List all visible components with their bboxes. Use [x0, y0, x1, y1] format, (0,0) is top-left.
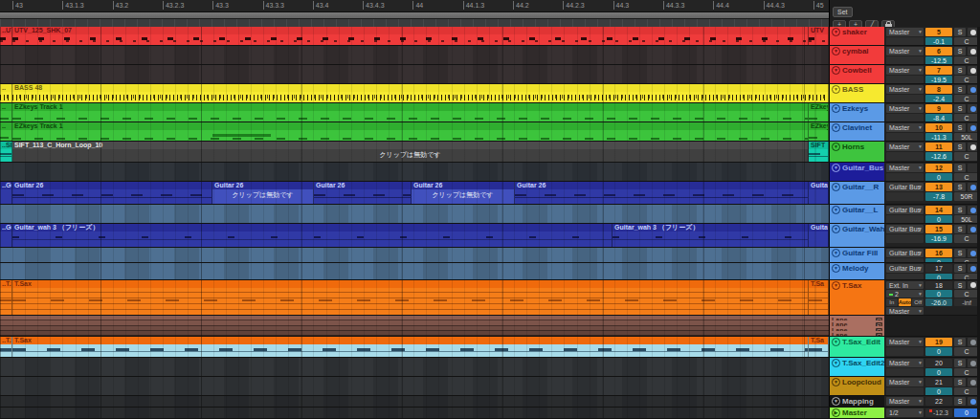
volume-display[interactable]: 0: [925, 290, 952, 298]
solo-button[interactable]: S: [954, 206, 966, 214]
track-name-tsax-edit[interactable]: ▼T.Sax_Edit: [830, 337, 884, 357]
output-routing-dropdown[interactable]: Master▼: [886, 47, 924, 55]
fold-track-icon[interactable]: ▼: [832, 85, 840, 94]
volume-display[interactable]: -19.5: [925, 76, 952, 83]
lane-tsax-lanes[interactable]: [0, 316, 829, 336]
lane-loopcloud[interactable]: [0, 377, 829, 395]
clip-horns[interactable]: SIFT_113_C_Horn_Loop_10クリップは無効です: [12, 142, 809, 162]
volume-display[interactable]: 0: [925, 274, 952, 279]
track-name-melody[interactable]: ▼Melody: [830, 263, 884, 279]
input-channel-dropdown[interactable]: 2▼: [886, 290, 924, 298]
pan-control[interactable]: C: [954, 368, 979, 376]
solo-button[interactable]: S: [954, 104, 966, 113]
fold-track-icon[interactable]: ▼: [832, 206, 840, 214]
output-routing-dropdown[interactable]: Master▼: [886, 338, 924, 346]
track-name-master[interactable]: ▶Master: [830, 408, 884, 418]
fold-track-icon[interactable]: ▼: [832, 378, 840, 386]
track-name-guitar-l[interactable]: ▼Guitar__L: [830, 205, 884, 223]
clip-shaker[interactable]: ..UT: [0, 27, 12, 45]
solo-button[interactable]: S: [954, 85, 966, 94]
automation-lane-name[interactable]: Lane◱: [830, 331, 884, 336]
track-name-horns[interactable]: ▼Horns: [830, 142, 884, 162]
solo-button[interactable]: S: [954, 183, 966, 191]
lane-guitar-l[interactable]: [0, 205, 829, 223]
set-button[interactable]: Set: [833, 7, 853, 17]
pan-control[interactable]: C: [954, 76, 979, 83]
output-routing-dropdown[interactable]: Guitar Bus▼: [886, 225, 924, 233]
output-routing-dropdown[interactable]: Master▼: [886, 164, 924, 172]
pan-control[interactable]: C: [954, 290, 979, 298]
pan-control[interactable]: C: [954, 56, 979, 64]
track-number[interactable]: 19: [925, 338, 952, 346]
track-number[interactable]: 11: [925, 143, 952, 151]
clip-guitar-r[interactable]: Guitar 26: [12, 182, 212, 204]
lane-tsax[interactable]: ..T.ST.SaxT.Sa: [0, 280, 829, 315]
solo-button[interactable]: S: [954, 378, 966, 386]
output-routing-dropdown[interactable]: Master▼: [886, 66, 924, 75]
track-number[interactable]: 20: [925, 359, 952, 367]
lane-tsax-edit[interactable]: ..T.ST.SaxT.Sa: [0, 337, 829, 357]
clip-guitar-wah[interactable]: Guita: [809, 224, 829, 247]
track-number[interactable]: 13: [925, 183, 952, 191]
volume-display[interactable]: 0: [925, 368, 952, 376]
clip-tsax[interactable]: T.Sax: [12, 280, 809, 315]
monitor-auto[interactable]: Auto: [899, 298, 912, 306]
lane-clavinet[interactable]: ..EZkeys Track 1EZkey: [0, 122, 829, 141]
track-name-clavinet[interactable]: ▼Clavinet: [830, 122, 884, 141]
track-number[interactable]: 15: [925, 225, 952, 233]
lane-remove-icon[interactable]: ◱: [876, 333, 882, 336]
track-name-loopcloud[interactable]: ▼Loopcloud: [830, 377, 884, 395]
clip-guitar-r[interactable]: Guita: [809, 182, 829, 204]
clip-ezkeys[interactable]: EZkeys Track 1: [12, 103, 809, 121]
track-number[interactable]: 18: [925, 281, 952, 289]
solo-button[interactable]: S: [954, 66, 966, 75]
solo-button[interactable]: S: [954, 359, 966, 367]
lane-horns[interactable]: ..SIFSIFT_113_C_Horn_Loop_10クリップは無効ですSIF…: [0, 142, 829, 162]
pan-control[interactable]: 50R: [954, 192, 979, 201]
track-number[interactable]: 16: [925, 249, 952, 257]
clip-bass[interactable]: ..: [0, 84, 12, 102]
monitor-off[interactable]: Off: [912, 298, 924, 306]
solo-button[interactable]: S: [954, 143, 966, 151]
track-number[interactable]: 5: [925, 28, 952, 36]
fold-track-icon[interactable]: ▼: [832, 264, 840, 273]
monitor-switch[interactable]: InAutoOff: [886, 298, 924, 306]
volume-display[interactable]: -12.5: [925, 56, 952, 64]
solo-button[interactable]: S: [954, 164, 966, 172]
clip-shaker[interactable]: UTV: [809, 27, 829, 45]
volume-display[interactable]: -11.3: [925, 133, 952, 141]
track-number[interactable]: 17: [925, 264, 952, 273]
clip-guitar-r[interactable]: ..Gui: [0, 182, 12, 204]
solo-button[interactable]: S: [954, 397, 966, 406]
volume-display[interactable]: 0: [925, 387, 952, 395]
lane-shaker[interactable]: ..UTUTV_125_SHK_07UTV: [0, 27, 829, 45]
solo-button[interactable]: S: [954, 281, 966, 289]
track-number[interactable]: 10: [925, 123, 952, 132]
lane-bass[interactable]: ..BASS 48: [0, 84, 829, 102]
clip-shaker[interactable]: UTV_125_SHK_07: [12, 27, 809, 45]
lane-mapping[interactable]: [0, 396, 829, 407]
fold-track-icon[interactable]: ▼: [832, 164, 840, 172]
solo-button[interactable]: S: [954, 123, 966, 132]
track-number[interactable]: 8: [925, 85, 952, 94]
pan-control[interactable]: C: [954, 173, 979, 181]
pan-control[interactable]: C: [954, 274, 979, 279]
clip-guitar-r[interactable]: Guitar 26: [314, 182, 412, 204]
track-name-guitar-wah[interactable]: ▼Guitar_Wah: [830, 224, 884, 247]
track-number[interactable]: 22: [925, 397, 952, 406]
clip-clavinet[interactable]: ..: [0, 122, 12, 141]
track-name-cymbal[interactable]: ▼cymbal: [830, 46, 884, 64]
volume-display[interactable]: 0: [925, 258, 952, 262]
volume-display[interactable]: -2.4: [925, 95, 952, 102]
fold-track-icon[interactable]: ▼: [832, 28, 840, 36]
track-name-bass[interactable]: ▼BASS: [830, 84, 884, 102]
fold-track-icon[interactable]: ▼: [832, 281, 840, 290]
fold-track-icon[interactable]: ▶: [832, 408, 840, 417]
fold-track-icon[interactable]: ▼: [832, 183, 840, 191]
track-name-shaker[interactable]: ▼shaker: [830, 27, 884, 45]
volume-display[interactable]: -0.1: [925, 37, 952, 45]
clip-tsax[interactable]: T.Sa: [809, 280, 829, 315]
volume-display[interactable]: 0: [925, 173, 952, 181]
automation-lane-4[interactable]: [0, 331, 829, 336]
clip-horns[interactable]: ..SIF: [0, 142, 12, 162]
